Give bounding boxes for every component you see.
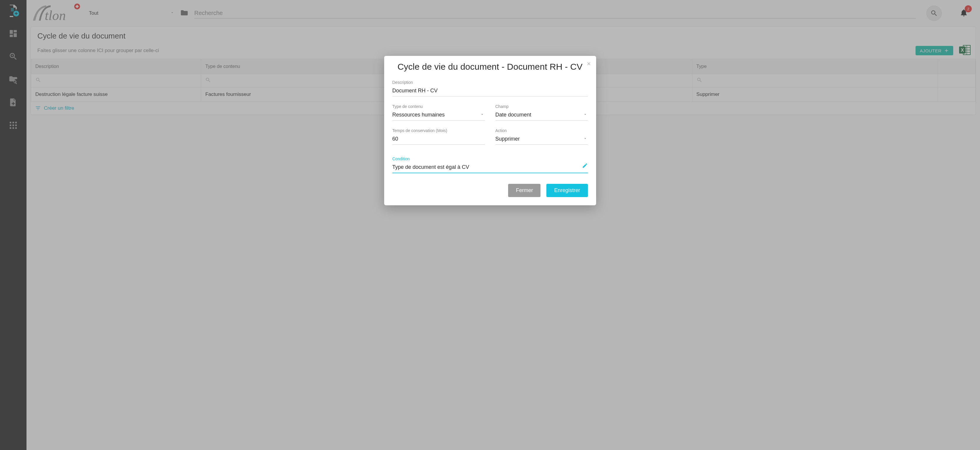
chevron-down-icon [583,136,587,142]
temps-input[interactable] [392,134,485,145]
champ-select[interactable] [495,110,588,120]
save-button[interactable]: Enregistrer [546,184,588,197]
action-select[interactable] [495,134,588,145]
close-button[interactable]: Fermer [508,184,541,197]
modal-overlay: × Cycle de vie du document - Document RH… [0,0,980,450]
chevron-down-icon [583,112,587,118]
temps-label: Temps de conservation (Mois) [392,128,485,133]
champ-label: Champ [495,104,588,109]
type-contenu-select[interactable] [392,110,485,120]
condition-input[interactable] [392,162,588,173]
chevron-down-icon [480,112,484,118]
condition-label: Condition [392,157,588,161]
modal-title: Cycle de vie du document - Document RH -… [392,62,588,72]
action-label: Action [495,128,588,133]
lifecycle-modal: × Cycle de vie du document - Document RH… [384,56,596,205]
modal-close-icon[interactable]: × [587,60,591,68]
type-contenu-label: Type de contenu [392,104,485,109]
description-input[interactable] [392,86,588,97]
edit-condition-icon[interactable] [582,163,588,170]
description-label: Description [392,80,588,85]
